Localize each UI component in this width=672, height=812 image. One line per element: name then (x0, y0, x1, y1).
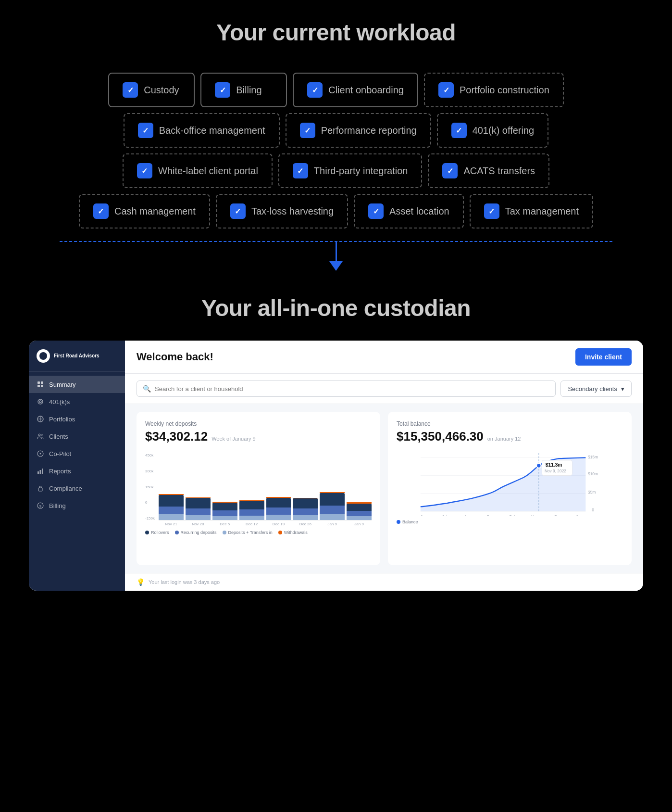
svg-point-8 (41, 434, 43, 436)
card-label-third-party: Third-party integration (314, 165, 408, 177)
legend-label-withdrawals: Withdrawals (284, 530, 308, 535)
card-label-cash: Cash management (114, 206, 196, 217)
bar-deposits-3 (239, 516, 264, 520)
search-icon: 🔍 (143, 385, 151, 393)
search-box-container[interactable]: 🔍 (137, 381, 556, 397)
card-label-tax-loss: Tax-loss harvesting (251, 206, 334, 217)
sidebar: First Road Advisors Summary (29, 341, 125, 591)
bar-group-3 (239, 500, 264, 520)
svg-text:Jul: Jul (442, 514, 447, 516)
bar-deposits-1 (186, 515, 211, 520)
bar-recurring-1 (186, 508, 211, 515)
bar-recurring-2 (212, 510, 237, 516)
bar-rollovers-6 (320, 493, 345, 506)
legend-dot-recurring (175, 531, 179, 534)
legend-rollovers: Rollovers (145, 530, 169, 535)
sidebar-item-billing[interactable]: $ Billing (29, 497, 125, 514)
card-white-label: White-label client portal (123, 153, 273, 188)
bar-rollovers-0 (159, 495, 184, 507)
footer-text: Your last login was 3 days ago (149, 579, 220, 585)
check-icon-billing (215, 82, 230, 98)
nav-label-401ks: 401(k)s (49, 398, 70, 406)
sidebar-item-compliance[interactable]: Compliance (29, 480, 125, 497)
arrow-head (329, 261, 343, 271)
check-icon-white-label (137, 163, 152, 178)
card-label-billing: Billing (236, 85, 261, 96)
card-cash-management: Cash management (79, 194, 210, 228)
main-header: Welcome back! Invite client (125, 341, 643, 374)
legend-dot-deposits (223, 531, 226, 534)
bar-x-label-1: Nov 28 (186, 522, 211, 526)
grid-icon (37, 381, 44, 388)
weekly-deposits-label: Weekly net deposits (145, 420, 372, 427)
svg-rect-13 (42, 469, 43, 474)
nav-label-clients: Clients (49, 433, 68, 440)
svg-text:Nov: Nov (531, 514, 539, 516)
sidebar-item-portfolios[interactable]: Portfolios (29, 410, 125, 428)
legend-label-deposits: Deposits + Transfers in (228, 530, 273, 535)
svg-rect-14 (38, 488, 42, 491)
legend-label-rollovers: Rollovers (151, 530, 169, 535)
sidebar-item-401ks[interactable]: 401(k)s (29, 393, 125, 410)
card-label-401k: 401(k) offering (473, 125, 535, 136)
sidebar-nav: Summary 401(k)s (29, 372, 125, 591)
svg-text:Oct: Oct (509, 514, 516, 516)
svg-text:$5m: $5m (588, 490, 596, 495)
bar-recurring-6 (320, 506, 345, 514)
y-axis-0: 0 (145, 500, 158, 505)
svg-text:$10m: $10m (588, 471, 598, 476)
lock-icon (37, 484, 44, 492)
card-client-onboarding: Client onboarding (293, 73, 418, 107)
workload-grid: Custody Billing Client onboarding Portfo… (29, 70, 643, 231)
card-label-custody: Custody (144, 85, 179, 96)
card-label-performance: Performance reporting (321, 125, 417, 136)
svg-text:Nov 9, 2022: Nov 9, 2022 (545, 469, 566, 473)
logo-inner (39, 352, 47, 360)
bar-deposits-2 (212, 516, 237, 520)
legend-deposits: Deposits + Transfers in (223, 530, 273, 535)
bar-recurring-4 (266, 508, 291, 515)
workload-row-3: White-label client portal Third-party in… (29, 151, 643, 191)
card-portfolio-construction: Portfolio construction (424, 73, 564, 107)
welcome-text: Welcome back! (137, 351, 213, 363)
bar-rollovers-3 (239, 501, 264, 509)
svg-point-5 (39, 401, 41, 403)
arrow-section (29, 231, 643, 276)
svg-rect-3 (41, 385, 43, 387)
sidebar-item-summary[interactable]: Summary (29, 376, 125, 393)
invite-client-button[interactable]: Invite client (575, 348, 632, 366)
bar-group-0 (159, 494, 184, 520)
main-content: Welcome back! Invite client 🔍 Secondary … (125, 341, 643, 591)
bar-group-6 (320, 492, 345, 520)
workload-row-2: Back-office management Performance repor… (29, 110, 643, 151)
card-label-tax-mgmt: Tax management (505, 206, 579, 217)
svg-text:Aug: Aug (464, 514, 472, 516)
bar-group-2 (212, 502, 237, 520)
total-balance-subtitle: on January 12 (487, 436, 521, 442)
card-back-office: Back-office management (124, 113, 280, 148)
svg-rect-1 (41, 381, 43, 384)
search-input[interactable] (155, 385, 549, 393)
svg-point-4 (38, 399, 43, 404)
top-section: Your current workload Custody Billing Cl… (0, 0, 672, 285)
nav-label-copilot: Co-Pilot (49, 450, 71, 457)
total-balance-card: Total balance $15,350,466.30 on January … (388, 412, 632, 565)
card-acats: ACATS transfers (428, 153, 549, 188)
sidebar-logo: First Road Advisors (29, 341, 125, 372)
secondary-clients-dropdown[interactable]: Secondary clients ▾ (560, 381, 632, 397)
card-label-back-office: Back-office management (159, 125, 265, 136)
sidebar-item-reports[interactable]: Reports (29, 462, 125, 480)
check-icon-third-party (293, 163, 308, 178)
compass-icon (37, 450, 44, 457)
check-icon-portfolio (438, 82, 454, 98)
svg-point-27 (536, 463, 541, 468)
logo-text: First Road Advisors (54, 353, 100, 359)
sidebar-item-clients[interactable]: Clients (29, 428, 125, 445)
card-tax-management: Tax management (470, 194, 593, 228)
bar-deposits-0 (159, 514, 184, 520)
workload-title: Your current workload (29, 19, 643, 46)
app-screenshot: First Road Advisors Summary (29, 341, 643, 591)
check-icon-cash (93, 203, 109, 219)
sidebar-item-copilot[interactable]: Co-Pilot (29, 445, 125, 462)
nav-label-compliance: Compliance (49, 485, 82, 492)
